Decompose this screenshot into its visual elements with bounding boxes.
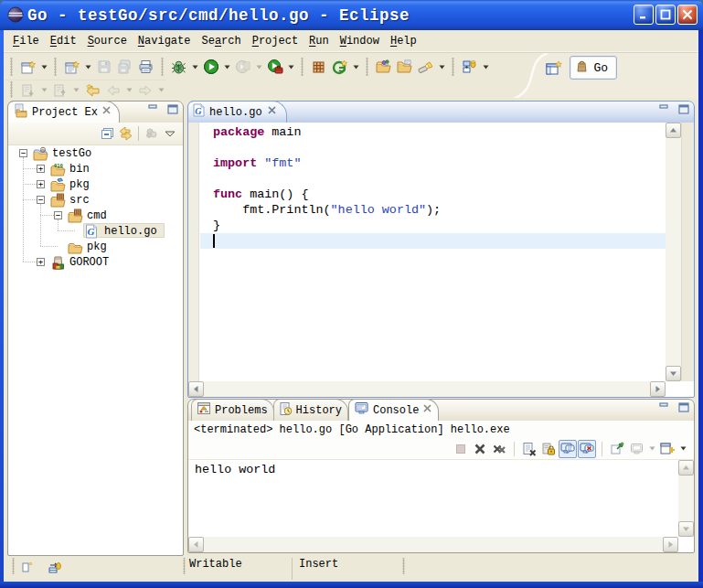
tree-row-pkg[interactable]: +pkg (8, 176, 183, 192)
tree-label-hello-go[interactable]: hello.go (101, 224, 160, 239)
editor-tab-hello-go[interactable]: G hello.go (187, 101, 287, 123)
view-extra-icon[interactable] (143, 124, 161, 143)
open-console-button[interactable] (658, 440, 676, 458)
menu-project[interactable]: Project (247, 33, 304, 49)
tree-label-testgo[interactable]: testGo (49, 146, 94, 161)
menu-search[interactable]: Search (196, 33, 246, 49)
debug-button[interactable] (168, 57, 189, 78)
tree-label-src[interactable]: src (67, 193, 92, 208)
editor-minimize-icon[interactable] (659, 104, 670, 118)
editor-horizontal-scrollbar[interactable] (188, 381, 666, 397)
scroll-left-icon[interactable] (188, 537, 204, 552)
tab-problems[interactable]: Problems (191, 399, 274, 421)
editor-maximize-icon[interactable] (678, 104, 689, 118)
new-go-file-dropdown-icon[interactable] (82, 58, 93, 76)
remove-all-launches-button[interactable] (490, 440, 508, 458)
menu-window[interactable]: Window (335, 33, 385, 49)
open-folder-button[interactable] (394, 57, 415, 78)
view-maximize-icon[interactable] (167, 104, 178, 118)
tab-history[interactable]: History (273, 399, 348, 421)
editor-vertical-scrollbar[interactable] (666, 123, 681, 381)
menu-run[interactable]: Run (304, 33, 335, 49)
tree-label-pkg[interactable]: pkg (67, 177, 92, 192)
ed-vsb-track[interactable] (666, 123, 681, 381)
console-horizontal-scrollbar[interactable] (188, 537, 678, 552)
open-console-dropdown-icon[interactable] (677, 440, 688, 458)
import-wizard-button[interactable] (373, 57, 394, 78)
console-vertical-scrollbar[interactable] (678, 460, 694, 537)
tree-row-hello-go[interactable]: Ghello.go (8, 223, 183, 239)
view-minimize-icon[interactable] (148, 104, 159, 118)
menu-edit[interactable]: Edit (45, 33, 82, 49)
scroll-down-icon[interactable] (666, 366, 681, 381)
maximize-button[interactable] (655, 5, 676, 25)
scroll-right-icon[interactable] (650, 381, 666, 397)
tab-close-icon[interactable] (422, 403, 432, 417)
menu-navigate[interactable]: Navigate (133, 33, 197, 49)
console-output-area[interactable]: hello world (188, 460, 694, 552)
minimize-button[interactable] (634, 5, 654, 25)
tree-collapse-icon[interactable]: − (19, 149, 27, 157)
scroll-down-icon[interactable] (678, 521, 694, 537)
go-perspective-button[interactable]: Go (570, 56, 617, 80)
print-button[interactable] (135, 57, 156, 78)
stdout-change-button[interactable] (559, 440, 577, 458)
stderr-change-button[interactable] (578, 440, 596, 458)
debug-dropdown-icon[interactable] (189, 58, 200, 76)
scroll-up-icon[interactable] (666, 123, 681, 138)
tree-row-src[interactable]: −src (8, 192, 183, 208)
ed-hsb-track[interactable] (188, 381, 666, 397)
go-build-button[interactable] (308, 57, 329, 78)
editor-body[interactable]: package mainimport "fmt"func main() { fm… (188, 123, 694, 397)
run-dropdown-icon[interactable] (221, 58, 232, 76)
link-with-editor-button[interactable] (116, 124, 134, 143)
go-tool-button[interactable] (459, 57, 480, 78)
tree-collapse-icon[interactable]: − (37, 196, 45, 204)
new-go-file-button[interactable] (61, 57, 82, 78)
view-menu-icon[interactable] (161, 124, 179, 143)
scroll-left-icon[interactable] (188, 381, 204, 397)
project-explorer-tab-close-icon[interactable] (101, 105, 112, 119)
clear-console-button[interactable] (520, 440, 538, 458)
tree-row-goroot[interactable]: +GOROOT (8, 254, 183, 270)
new-wizard-button[interactable] (17, 57, 38, 78)
new-go-element-dropdown-icon[interactable] (350, 58, 361, 76)
new-wizard-dropdown-icon[interactable] (38, 58, 49, 76)
project-explorer-tab[interactable]: Project Ex (7, 101, 120, 123)
remove-launch-button[interactable] (471, 440, 489, 458)
pin-console-button[interactable] (608, 440, 626, 458)
tree-label-pkg[interactable]: pkg (84, 240, 110, 254)
tree-collapse-icon[interactable]: − (54, 211, 62, 219)
collapse-all-button[interactable] (98, 124, 116, 143)
tree-row-pkg[interactable]: pkg (8, 239, 183, 254)
external-tools-dropdown-icon[interactable] (285, 58, 296, 76)
search-dropdown-icon[interactable] (436, 58, 447, 76)
tree-row-bin[interactable]: +010bin (8, 161, 183, 176)
console-maximize-icon[interactable] (678, 402, 689, 416)
editor-tab-close-icon[interactable] (267, 105, 277, 119)
new-go-element-button[interactable] (329, 57, 350, 78)
scroll-up-icon[interactable] (678, 460, 694, 476)
search-button[interactable] (415, 57, 436, 78)
tree-label-bin[interactable]: bin (67, 162, 92, 176)
menu-file[interactable]: File (7, 33, 45, 49)
scroll-lock-button[interactable] (539, 440, 558, 458)
tree-expand-icon[interactable]: + (37, 258, 45, 266)
scroll-right-icon[interactable] (663, 537, 678, 552)
menu-source[interactable]: Source (82, 33, 133, 49)
tab-console[interactable]: Console (348, 399, 439, 421)
run-button[interactable] (200, 57, 221, 78)
open-perspective-button[interactable] (543, 58, 564, 79)
console-minimize-icon[interactable] (659, 402, 670, 416)
close-button[interactable] (677, 5, 698, 25)
tree-label-cmd[interactable]: cmd (84, 208, 110, 223)
menu-help[interactable]: Help (385, 33, 422, 49)
code-area[interactable]: package mainimport "fmt"func main() { fm… (200, 124, 666, 381)
tree-row-cmd[interactable]: −cmd (8, 208, 183, 223)
tree-label-goroot[interactable]: GOROOT (67, 255, 112, 270)
tree-row-testgo[interactable]: −testGo (8, 145, 183, 161)
tree-expand-icon[interactable]: + (37, 165, 45, 173)
co-hsb-track[interactable] (188, 537, 678, 552)
external-tools-button[interactable] (264, 57, 285, 78)
tree-expand-icon[interactable]: + (37, 180, 45, 188)
